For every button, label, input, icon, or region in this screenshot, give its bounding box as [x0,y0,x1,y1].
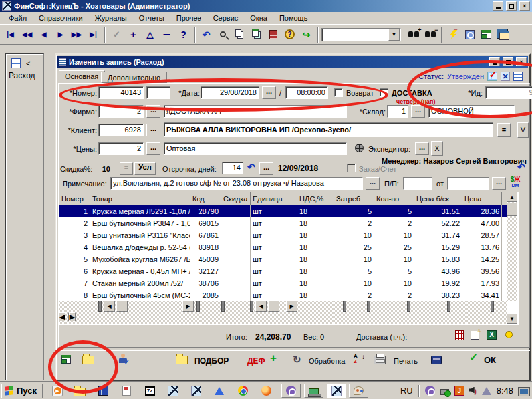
task-viber-button[interactable] [281,384,301,398]
help-coin-icon[interactable]: ? [281,27,298,43]
quicklaunch-firefox-icon[interactable] [261,386,271,396]
currency-icon[interactable]: $ЖDM [509,176,521,187]
process-button[interactable]: Обработка [309,356,345,366]
col-scroll-right-button[interactable]: ▶ [286,301,297,312]
dialog-maximize-button[interactable] [503,57,513,66]
add-record-icon[interactable]: + [125,27,142,43]
forwarder-picker-button[interactable]: ... [415,142,429,155]
column-header[interactable]: Цена б/ск [414,192,462,205]
column-splitter[interactable] [196,301,200,312]
folder-open-icon[interactable] [82,354,94,364]
side-panel-label[interactable]: Расход [6,71,43,80]
forward-icon[interactable]: ↪ [298,27,315,43]
col-scroll-right-button[interactable]: ▶ [182,301,194,312]
dialog-minimize-button[interactable] [489,57,500,66]
number2-field[interactable] [146,86,170,99]
status-cancel-icon[interactable]: ✕ [501,72,510,81]
ok-button[interactable]: ОК [484,355,496,366]
column-splitter[interactable] [221,301,225,312]
status-approve-icon[interactable] [487,72,497,81]
def-button[interactable]: ДЕФ [247,356,265,366]
column-header[interactable]: НДС,% [297,192,334,205]
client-picker-button[interactable]: ... [146,124,160,136]
start-button[interactable]: Пуск [1,384,43,398]
delivery-checkbox[interactable] [380,88,388,97]
column-header[interactable]: Цена [462,192,502,205]
quicklaunch-book-icon[interactable] [98,386,108,396]
column-splitter[interactable] [250,301,253,312]
quicklaunch-7zip-icon[interactable]: 7z [145,386,155,396]
add-item-icon[interactable]: + [270,353,277,364]
quicklaunch-finsoft2-icon[interactable] [191,386,201,396]
table-row[interactable]: 4Вешалка д/одежды р. 52-54 (N83918шт1825… [59,241,507,253]
menu-help[interactable]: Помощь [273,13,314,23]
clock[interactable]: 8:48 [497,386,513,396]
tray-viber-icon[interactable] [425,386,435,396]
tray-usb-icon[interactable] [440,389,449,395]
col-scroll-thumb[interactable] [268,301,279,312]
task-paint-button[interactable] [349,384,368,398]
column-header[interactable]: Затреб [334,192,374,205]
note-more-button[interactable]: ... [366,177,380,190]
excel-export-icon[interactable]: X [487,330,497,340]
calculator-icon[interactable] [455,330,464,340]
menu-references[interactable]: Справочники [33,13,89,23]
tray-display-icon[interactable] [519,388,529,396]
tray-triangle-icon[interactable] [482,387,491,395]
save-search-icon[interactable] [462,27,478,43]
warehouse-code-field[interactable]: 1 [387,105,408,118]
column-splitter[interactable] [343,301,346,312]
column-header[interactable]: Скидка [221,192,251,205]
column-splitter[interactable] [98,301,102,312]
discount-equal-button[interactable]: = [120,162,133,175]
firm-code-field[interactable]: 2 [98,105,144,118]
nav-next-button[interactable]: ▶ [52,27,68,43]
client-v-button[interactable]: V [517,122,529,138]
sort-az-icon[interactable]: AZ [354,354,362,364]
date-picker-button[interactable]: ... [262,86,276,99]
quicklaunch-finsoft-icon[interactable] [168,386,178,396]
grid-vscrollbar[interactable]: ▲ [507,192,517,301]
table-row[interactable]: 8Ерш бутылочный 45см (МС-2-72085шт182238… [59,289,507,301]
quicklaunch-chrome-icon[interactable] [238,386,248,396]
deferral-refresh-icon[interactable]: ↶ [247,162,255,172]
edit-doc-icon[interactable] [471,331,479,340]
conditions-button[interactable]: Усл [134,162,156,175]
tab-extra[interactable]: Дополнительно [101,72,167,83]
podbor-folder-icon[interactable] [176,354,188,364]
nav-next-fast-button[interactable]: ▶▶ [68,27,85,43]
process-icon[interactable]: ↻ [293,354,301,365]
copy-icon[interactable] [231,27,248,43]
find-add-icon[interactable]: + [405,27,422,43]
language-indicator[interactable]: RU [400,386,413,396]
return-checkbox[interactable] [334,88,343,97]
copy-table-icon[interactable] [248,27,265,43]
nav-prev-button[interactable]: ◀ [35,27,52,43]
fast-filter-icon[interactable] [445,27,462,43]
menu-windows[interactable]: Окна [244,13,273,23]
nav-prev-fast-button[interactable]: ◀◀ [19,27,35,43]
prices-picker-button[interactable]: ... [146,142,160,155]
scroll-right-button[interactable]: ▶ [69,312,76,321]
restore-button[interactable] [506,1,517,11]
tray-volume-icon[interactable]: ) [469,387,477,395]
table-row[interactable]: 3Ерш унитазный Р3116 "Класси67861шт18101… [59,229,507,241]
printer-icon[interactable] [374,354,386,364]
client-code-field[interactable]: 6928 [98,124,144,136]
new-window-bottom-icon[interactable] [61,355,71,364]
refresh-right-icon[interactable]: ↶ [517,162,525,172]
vscroll-thumb[interactable] [507,203,517,216]
column-header[interactable]: Номер [59,192,90,205]
status-doc-icon[interactable] [513,72,523,81]
nav-last-button[interactable]: ▶| [85,27,102,43]
grid-hscrollbar[interactable]: ◀ ▶ [59,313,507,324]
warehouse-picker-button[interactable]: ... [411,105,425,118]
scroll-left-button[interactable]: ◀ [59,312,65,321]
close-button[interactable]: × [519,1,530,11]
minimize-button[interactable] [493,1,503,11]
firm-picker-button[interactable]: ... [146,105,160,118]
menu-other[interactable]: Прочее [170,13,207,23]
column-splitter[interactable] [491,301,494,312]
deferral-field[interactable]: 14 [222,162,243,174]
pp-field[interactable] [403,177,432,190]
